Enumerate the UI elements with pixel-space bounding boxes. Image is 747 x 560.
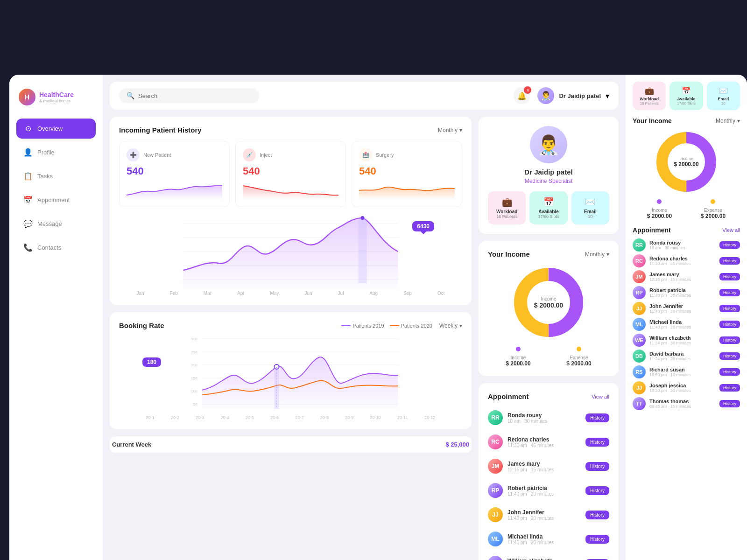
rs-workload-icon: 💼 <box>635 86 663 95</box>
rs-appt-name: Ronda rousy <box>649 240 716 245</box>
sidebar-item-appoinment[interactable]: 📅 Appoinment <box>16 190 96 210</box>
appt-header: Appoinment View all <box>488 392 609 400</box>
sidebar-item-overview-label: Overview <box>37 125 63 132</box>
appt-avatar: RP <box>488 483 503 498</box>
history-button[interactable]: History <box>585 511 609 519</box>
available-stat[interactable]: 📅 Available 17/60 Slots <box>529 191 567 224</box>
booking-period-dropdown[interactable]: Weekly ▾ <box>439 322 462 329</box>
rs-appt-view-all[interactable]: View all <box>722 227 740 233</box>
history-button[interactable]: History <box>585 462 609 471</box>
appt-time: 12:15 pm 15 minutes <box>507 467 581 472</box>
notification-button[interactable]: 🔔 8 <box>514 87 530 104</box>
new-patient-icon: ➕ <box>127 148 140 161</box>
appt-info: Redona charles 11:30 am 45 minutes <box>507 436 581 448</box>
incoming-period-dropdown[interactable]: Monthly ▾ <box>438 127 462 133</box>
appt-avatar: WE <box>488 556 503 560</box>
notification-badge: 8 <box>524 86 531 94</box>
logo: H HealthCare & medical center <box>16 84 96 115</box>
svg-text:150: 150 <box>191 376 197 380</box>
rs-appt-name: Joseph jessica <box>649 383 716 388</box>
rs-appt-name: David barbara <box>649 351 716 357</box>
rs-history-button[interactable]: History <box>719 352 740 360</box>
sidebar-item-contacts[interactable]: 📞 Contacts <box>16 238 96 258</box>
search-icon: 🔍 <box>127 92 134 99</box>
appointment-list: RR Ronda rousy 10 am 30 minutes History … <box>488 407 609 560</box>
current-week-bar: Current Week $ 25,000 <box>110 436 472 453</box>
user-info[interactable]: 👨‍⚕️ Dr Jaidip patel ▾ <box>537 87 609 104</box>
rs-appt-info: Redona charles 11:30 am 45 minutes <box>649 256 716 266</box>
income-title: Your Income <box>488 250 530 258</box>
appt-name: Michael linda <box>507 533 581 540</box>
rs-history-button[interactable]: History <box>719 241 740 249</box>
rs-history-button[interactable]: History <box>719 257 740 265</box>
rs-available-btn[interactable]: 📅 Available 17/60 Slots <box>669 82 703 110</box>
history-button[interactable]: History <box>585 535 609 544</box>
history-button[interactable]: History <box>585 413 609 422</box>
rs-appointment-item: WE William elizabeth 11:24 pm 36 minutes… <box>633 334 740 347</box>
sidebar-item-overview[interactable]: ⊙ Overview <box>16 119 96 139</box>
appointment-item: WE William elizabeth 11:24 pm 36 minutes… <box>488 553 609 560</box>
rs-appt-info: David barbara 11:24 pm 26 minutes <box>649 351 716 361</box>
header: 🔍 🔔 8 👨‍⚕️ Dr Jaidip patel ▾ <box>110 82 619 110</box>
rs-appt-time: 11:40 pm 20 minutes <box>649 309 716 314</box>
rs-history-button[interactable]: History <box>719 289 740 296</box>
email-stat[interactable]: ✉️ Email 10 <box>571 191 609 224</box>
rs-appt-time: 10 am 30 minutes <box>649 245 716 250</box>
workload-stat[interactable]: 💼 Workload 16 Patients <box>488 191 526 224</box>
rs-appointment-item: ML Michael linda 11:40 pm 20 minutes His… <box>633 318 740 331</box>
appointment-item: JM James mary 12:15 pm 15 minutes Histor… <box>488 456 609 476</box>
appt-name: William elizabeth <box>507 558 581 560</box>
rs-income-header: Your Income Monthly ▾ <box>633 117 740 125</box>
appt-avatar: RR <box>488 410 503 425</box>
rs-income-period-dropdown[interactable]: Monthly ▾ <box>716 118 740 124</box>
rs-income-title: Your Income <box>633 117 672 125</box>
logo-subtitle: & medical center <box>39 98 74 103</box>
inject-label: Inject <box>260 152 272 158</box>
rs-email-sub: 10 <box>710 101 737 105</box>
rs-appt-name: James mary <box>649 272 716 277</box>
rs-appt-avatar: DB <box>633 350 646 363</box>
rs-history-button[interactable]: History <box>719 273 740 280</box>
booking-tooltip: 180 <box>142 357 161 367</box>
rs-appt-time: 10:50 pm 10 minutes <box>649 372 716 377</box>
rs-appt-avatar: RS <box>633 365 646 378</box>
available-sub: 17/60 Slots <box>533 214 564 219</box>
surgery-icon: 🏥 <box>359 148 372 161</box>
rs-history-button[interactable]: History <box>719 384 740 392</box>
history-button[interactable]: History <box>585 486 609 495</box>
rs-workload-btn[interactable]: 💼 Workload 16 Patients <box>633 82 666 110</box>
rs-appt-time: 09:45 am 15 minutes <box>649 404 716 409</box>
right-column: 👨‍⚕️ Dr Jaidip patel Medicine Specialist… <box>479 117 619 560</box>
left-column: Incoming Patient History Monthly ▾ ➕ New… <box>110 117 472 560</box>
history-button[interactable]: History <box>585 438 609 447</box>
rs-history-button[interactable]: History <box>719 305 740 312</box>
rs-workload-label: Workload <box>635 97 663 101</box>
search-input[interactable] <box>138 92 252 99</box>
rs-history-button[interactable]: History <box>719 321 740 328</box>
incoming-patient-card: Incoming Patient History Monthly ▾ ➕ New… <box>110 117 472 305</box>
sidebar-item-message[interactable]: 💬 Message <box>16 214 96 234</box>
logo-text: HealthCare & medical center <box>39 91 74 103</box>
available-icon: 📅 <box>533 197 564 207</box>
new-patient-value: 540 <box>127 165 222 177</box>
top-stats: 💼 Workload 16 Patients 📅 Available 17/60… <box>633 82 740 110</box>
current-week-value: $ 25,000 <box>445 441 469 448</box>
rs-income-section: Your Income Monthly ▾ Income $ 2000.00 <box>633 117 740 226</box>
new-patient-label: New Patient <box>143 152 171 158</box>
rs-history-button[interactable]: History <box>719 400 740 407</box>
rs-history-button[interactable]: History <box>719 368 740 376</box>
sidebar-item-profile[interactable]: 👤 Profile <box>16 142 96 162</box>
rs-history-button[interactable]: History <box>719 336 740 344</box>
rs-appt-avatar: TT <box>633 397 646 410</box>
sidebar-item-tasks[interactable]: 📋 Tasks <box>16 166 96 186</box>
sidebar: H HealthCare & medical center ⊙ Overview… <box>9 75 103 560</box>
rs-appt-avatar: JM <box>633 270 646 283</box>
rs-email-btn[interactable]: ✉️ Email 10 <box>707 82 740 110</box>
appt-view-all[interactable]: View all <box>592 394 609 399</box>
rs-appt-info: Richard susan 10:50 pm 10 minutes <box>649 367 716 377</box>
income-header: Your Income Monthly ▾ <box>488 250 609 258</box>
rs-appt-info: John Jennifer 11:40 pm 20 minutes <box>649 303 716 314</box>
svg-text:50: 50 <box>193 402 197 406</box>
income-period-dropdown[interactable]: Monthly ▾ <box>585 251 609 258</box>
search-box[interactable]: 🔍 <box>119 88 259 103</box>
